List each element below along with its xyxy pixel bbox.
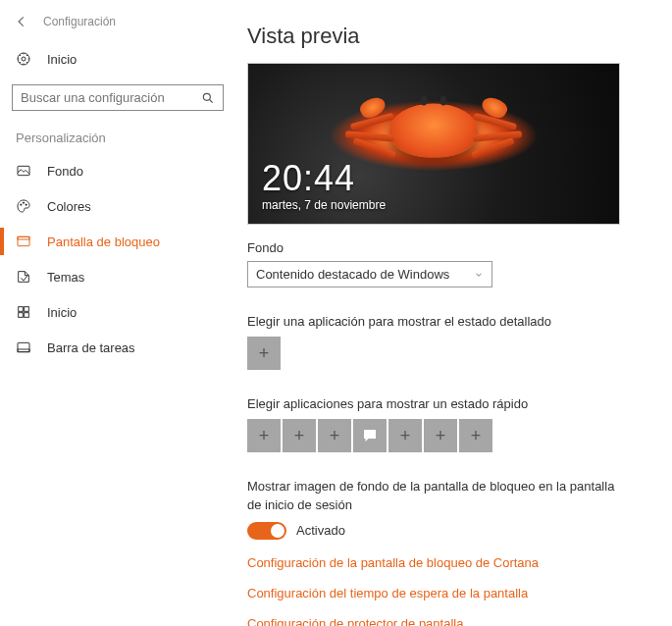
svg-rect-11 — [19, 313, 24, 318]
background-selected: Contenido destacado de Windows — [256, 267, 449, 282]
nav-label: Temas — [47, 270, 84, 285]
preview-time: 20:44 — [262, 161, 386, 196]
nav-label: Pantalla de bloqueo — [47, 235, 160, 249]
svg-rect-12 — [25, 313, 29, 318]
sidebar-item-inicio[interactable]: Inicio — [0, 294, 235, 330]
start-icon — [16, 304, 31, 320]
colors-icon — [16, 198, 31, 214]
toggle-state: Activado — [296, 523, 345, 538]
background-icon — [16, 163, 31, 179]
svg-point-4 — [21, 204, 22, 205]
nav-label: Barra de tareas — [47, 340, 135, 355]
show-image-label: Mostrar imagen de fondo de la pantalla d… — [247, 478, 620, 513]
search-box[interactable] — [12, 84, 224, 111]
home-button[interactable]: Inicio — [0, 43, 235, 75]
plus-icon: + — [259, 426, 270, 446]
sidebar-item-colores[interactable]: Colores — [0, 188, 235, 224]
quick-app-slot-7[interactable]: + — [459, 419, 492, 452]
quick-app-slot-3[interactable]: + — [318, 419, 351, 452]
svg-point-2 — [203, 93, 210, 100]
sidebar-item-barra-tareas[interactable]: Barra de tareas — [0, 330, 235, 365]
sidebar: Configuración Inicio Personalización Fon… — [0, 0, 235, 626]
svg-point-0 — [18, 53, 29, 65]
detailed-app-label: Elegir una aplicación para mostrar el es… — [247, 313, 620, 331]
quick-app-slot-6[interactable]: + — [424, 419, 457, 452]
svg-rect-7 — [18, 236, 29, 245]
svg-rect-14 — [18, 349, 29, 352]
svg-point-6 — [26, 204, 26, 205]
svg-rect-8 — [18, 236, 29, 239]
plus-icon: + — [259, 343, 270, 364]
sidebar-item-fondo[interactable]: Fondo — [0, 153, 235, 188]
show-image-toggle[interactable] — [247, 522, 286, 540]
link-screen-timeout[interactable]: Configuración del tiempo de espera de la… — [247, 586, 648, 600]
preview-date: martes, 7 de noviembre — [262, 198, 386, 212]
lockscreen-preview: 20:44 martes, 7 de noviembre — [247, 63, 620, 225]
background-label: Fondo — [247, 240, 648, 255]
sidebar-item-temas[interactable]: Temas — [0, 259, 235, 294]
background-select[interactable]: Contenido destacado de Windows — [247, 261, 492, 287]
quick-apps-label: Elegir aplicaciones para mostrar un esta… — [247, 395, 620, 413]
quick-app-slot-5[interactable]: + — [388, 419, 422, 452]
link-screensaver[interactable]: Configuración de protector de pantalla — [247, 616, 648, 626]
nav-label: Fondo — [47, 164, 83, 179]
app-title: Configuración — [43, 15, 116, 28]
sidebar-item-pantalla-bloqueo[interactable]: Pantalla de bloqueo — [0, 224, 235, 259]
svg-rect-9 — [19, 307, 24, 312]
page-title: Vista previa — [247, 24, 648, 49]
main-content: Vista previa 20:44 martes, 7 de noviembr… — [235, 0, 672, 626]
add-detailed-app-button[interactable]: + — [247, 337, 281, 370]
quick-app-slot-4[interactable] — [353, 419, 387, 452]
svg-point-1 — [22, 57, 26, 61]
lockscreen-icon — [16, 234, 31, 249]
plus-icon: + — [330, 426, 340, 446]
plus-icon: + — [294, 426, 305, 446]
svg-rect-10 — [25, 307, 29, 312]
plus-icon: + — [436, 426, 446, 446]
themes-icon — [16, 269, 31, 285]
back-button[interactable] — [12, 12, 31, 31]
link-cortana-lockscreen[interactable]: Configuración de la pantalla de bloqueo … — [247, 555, 648, 570]
svg-point-5 — [23, 202, 24, 203]
chevron-down-icon — [474, 270, 484, 280]
svg-rect-13 — [18, 342, 29, 351]
search-icon — [201, 91, 215, 105]
search-input[interactable] — [21, 90, 201, 105]
quick-app-slot-2[interactable]: + — [283, 419, 316, 452]
taskbar-icon — [16, 339, 31, 355]
plus-icon: + — [400, 426, 411, 446]
message-icon — [361, 427, 379, 444]
quick-app-slot-1[interactable]: + — [247, 419, 281, 452]
nav-label: Inicio — [47, 305, 77, 320]
plus-icon: + — [471, 426, 482, 446]
nav-label: Colores — [47, 199, 91, 214]
section-label: Personalización — [0, 121, 235, 153]
home-label: Inicio — [47, 52, 77, 67]
